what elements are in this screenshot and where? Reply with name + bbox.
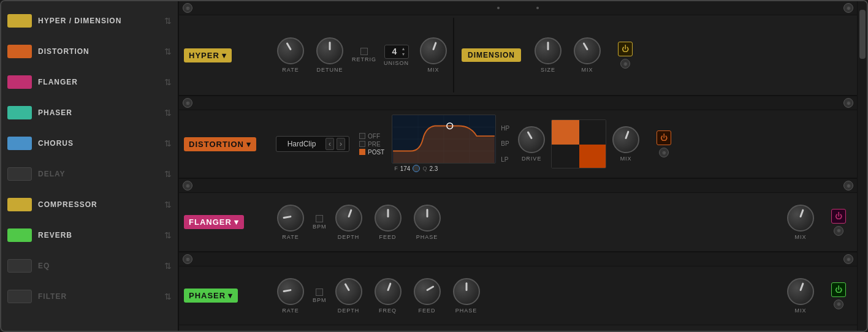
flanger-depth-knob[interactable]	[335, 205, 362, 232]
hyper-title-button[interactable]: HYPER ▾	[184, 48, 232, 62]
phaser-depth-knob[interactable]	[335, 278, 362, 305]
flanger-top-controls: ⊗ ⊕	[179, 179, 857, 193]
sidebar-item-hyper-dimension[interactable]: HYPER / DIMENSION ⇅	[1, 6, 178, 36]
phaser-rate-knob[interactable]	[277, 278, 304, 305]
dist-drive-knob[interactable]	[518, 126, 545, 153]
phaser-bpm-checkbox[interactable]	[316, 289, 323, 296]
dist-type-selector[interactable]: HardClip ‹ ›	[276, 136, 349, 152]
dist-bp-option[interactable]: BP	[501, 140, 509, 147]
phaser-end-settings-btn[interactable]: ⊕	[834, 300, 843, 309]
flanger-settings-btn[interactable]: ⊗	[183, 181, 192, 191]
dimension-size-knob[interactable]	[535, 37, 562, 64]
sidebar-item-reverb[interactable]: REVERB ⇅	[1, 221, 178, 250]
flanger-phase-knob[interactable]	[414, 205, 441, 232]
dist-q-value: 2.3	[429, 165, 438, 172]
sidebar-label-delay: DELAY	[38, 170, 158, 178]
hyper-rate-knob[interactable]	[277, 37, 304, 64]
flanger-bpm-checkbox[interactable]	[316, 215, 323, 222]
scrollbar-thumb[interactable]	[859, 10, 866, 59]
unison-value: 4	[389, 47, 401, 56]
sort-arrows-chorus-icon[interactable]: ⇅	[164, 138, 172, 148]
spinner-up-icon[interactable]: ▴	[402, 47, 405, 51]
sidebar-item-flanger[interactable]: FLANGER ⇅	[1, 67, 178, 97]
flanger-power-button[interactable]: ⏻	[831, 209, 846, 224]
sidebar: HYPER / DIMENSION ⇅ DISTORTION ⇅ FLANGER…	[1, 1, 179, 331]
dimension-title-button[interactable]: DIMENSION	[462, 48, 521, 62]
flanger-feed-knob[interactable]	[375, 205, 402, 232]
hyper-settings-btn[interactable]: ⊗	[183, 3, 192, 13]
flanger-mix-knob[interactable]	[787, 205, 814, 232]
unison-spinner[interactable]: 4 ▴ ▾	[384, 45, 409, 59]
dist-mix-label: MIX	[620, 156, 632, 162]
flanger-title-button[interactable]: FLANGER ▾	[184, 215, 244, 229]
sidebar-item-distortion[interactable]: DISTORTION ⇅	[1, 37, 178, 66]
dist-settings-btn[interactable]: ⊗	[183, 98, 192, 108]
hyper-end-btn[interactable]: ⊕	[843, 3, 853, 13]
phaser-settings-btn[interactable]: ⊗	[183, 254, 192, 264]
phaser-bpm-label: BPM	[313, 297, 327, 303]
sidebar-item-delay[interactable]: DELAY ⇅	[1, 159, 178, 189]
hyper-mix-knob[interactable]	[420, 37, 447, 64]
dist-mix-knob[interactable]	[612, 126, 639, 153]
main-container: HYPER / DIMENSION ⇅ DISTORTION ⇅ FLANGER…	[0, 0, 868, 332]
sidebar-item-chorus[interactable]: CHORUS ⇅	[1, 129, 178, 158]
sort-arrows-distortion-icon[interactable]: ⇅	[164, 47, 172, 56]
dimension-size-knob-group: SIZE	[528, 32, 568, 78]
phaser-power-button[interactable]: ⏻	[831, 282, 846, 297]
sidebar-item-phaser[interactable]: PHASER ⇅	[1, 98, 178, 127]
dist-off-checkbox[interactable]	[359, 133, 365, 139]
dist-hp-option[interactable]: HP	[501, 125, 509, 132]
phaser-feed-knob[interactable]	[414, 278, 441, 305]
sidebar-label-eq: EQ	[38, 262, 158, 270]
hyper-power-button[interactable]: ⏻	[618, 42, 633, 56]
phaser-end-btn[interactable]: ⊕	[843, 254, 853, 264]
retrig-checkbox[interactable]	[360, 48, 368, 55]
dist-title-button[interactable]: DISTORTION ▾	[184, 137, 256, 151]
sort-arrows-reverb-icon[interactable]: ⇅	[164, 230, 172, 240]
dist-pre-option[interactable]: PRE	[359, 141, 384, 148]
dist-off-option[interactable]: OFF	[359, 133, 384, 140]
phaser-phase-knob[interactable]	[453, 278, 480, 305]
spinner-arrows: ▴ ▾	[402, 47, 405, 57]
dist-freq-dot[interactable]	[413, 165, 420, 172]
sort-arrows-filter-icon[interactable]: ⇅	[164, 292, 172, 301]
phaser-title-button[interactable]: PHASER ▾	[184, 289, 238, 303]
dist-type-prev-btn[interactable]: ‹	[326, 138, 334, 150]
phaser-mix-knob[interactable]	[787, 278, 814, 305]
dimension-title-area: DIMENSION	[454, 43, 528, 67]
dist-post-option[interactable]: POST	[359, 149, 384, 156]
dimension-mix-knob[interactable]	[574, 37, 601, 64]
sidebar-label-distortion: DISTORTION	[38, 47, 158, 56]
hyper-detune-knob[interactable]	[316, 37, 343, 64]
sidebar-item-eq[interactable]: EQ ⇅	[1, 251, 178, 281]
dist-power-button[interactable]: ⏻	[657, 130, 671, 145]
dist-type-next-btn[interactable]: ›	[337, 138, 345, 150]
dist-post-checkbox[interactable]	[359, 149, 365, 155]
sidebar-item-compressor[interactable]: COMPRESSOR ⇅	[1, 190, 178, 219]
dist-end-settings-btn[interactable]: ⊕	[659, 148, 669, 157]
phaser-freq-knob-group: FREQ	[368, 273, 408, 319]
hyper-detune-knob-group: DETUNE	[310, 32, 349, 78]
hyper-end-settings-btn[interactable]: ⊕	[620, 59, 630, 69]
sidebar-item-filter[interactable]: FILTER ⇅	[1, 282, 178, 311]
dist-pre-checkbox[interactable]	[359, 141, 365, 147]
flanger-end-settings-btn[interactable]: ⊕	[834, 226, 843, 236]
sort-arrows-flanger-icon[interactable]: ⇅	[164, 77, 172, 87]
sort-arrows-icon[interactable]: ⇅	[164, 16, 172, 26]
spinner-down-icon[interactable]: ▾	[402, 52, 405, 57]
phaser-freq-knob[interactable]	[375, 278, 402, 305]
dist-eq-display[interactable]	[392, 115, 496, 164]
flanger-depth-knob-group: DEPTH	[329, 200, 368, 245]
dist-visual	[551, 119, 606, 168]
dist-pre-label: PRE	[368, 141, 381, 148]
flanger-rate-knob[interactable]	[277, 205, 304, 232]
dist-lp-option[interactable]: LP	[501, 156, 509, 163]
sort-arrows-compressor-icon[interactable]: ⇅	[164, 200, 172, 209]
dimension-mix-knob-group: MIX	[568, 32, 607, 78]
flanger-end-btn[interactable]: ⊕	[843, 181, 853, 191]
dist-end-btn[interactable]: ⊕	[843, 98, 853, 108]
sort-arrows-delay-icon[interactable]: ⇅	[164, 169, 172, 179]
sidebar-badge-compressor	[7, 198, 32, 211]
sort-arrows-eq-icon[interactable]: ⇅	[164, 261, 172, 271]
sort-arrows-phaser-icon[interactable]: ⇅	[164, 108, 172, 118]
